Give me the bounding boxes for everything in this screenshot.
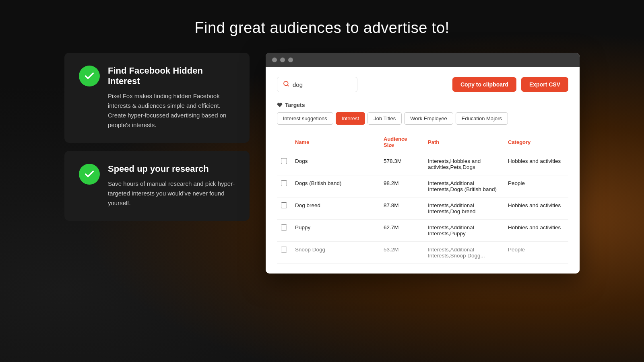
- row-name-3: Puppy: [291, 220, 380, 242]
- tab-interest-suggestions[interactable]: Interest suggetions: [277, 112, 333, 125]
- table-body: Dogs 578.3M Interests,Hobbies and activi…: [277, 153, 568, 264]
- row-category-4: People: [504, 242, 568, 264]
- feature-card-1: Find Facebook Hidden Interest Pixel Fox …: [64, 53, 250, 143]
- tab-education-majors[interactable]: Education Majors: [456, 112, 508, 125]
- row-name-2: Dog breed: [291, 197, 380, 220]
- row-name-4: Snoop Dogg: [291, 242, 380, 264]
- row-checkbox-0[interactable]: [277, 153, 291, 175]
- copy-to-clipboard-button[interactable]: Copy to clipboard: [452, 77, 516, 92]
- col-checkbox-header: [277, 133, 291, 153]
- feature-header-1: Find Facebook Hidden Interest Pixel Fox …: [79, 66, 235, 130]
- table-row: Dogs (British band) 98.2M Interests,Addi…: [277, 175, 568, 197]
- page-content: Find great audiences to advertise to! Fi…: [0, 0, 644, 362]
- row-path-4: Interests,Additional Interests,Snoop Dog…: [424, 242, 504, 264]
- export-csv-button[interactable]: Export CSV: [521, 77, 568, 92]
- row-checkbox-3[interactable]: [277, 220, 291, 242]
- svg-line-1: [287, 85, 289, 86]
- browser-body: dog Copy to clipboard Export CSV Targets: [266, 67, 580, 274]
- check-icon-2: [79, 164, 100, 185]
- row-path-0: Interests,Hobbies and activities,Pets,Do…: [424, 153, 504, 175]
- browser-dot-1: [272, 58, 277, 62]
- browser-mock: dog Copy to clipboard Export CSV Targets: [266, 53, 580, 274]
- targets-icon: [277, 102, 283, 108]
- main-row: Find Facebook Hidden Interest Pixel Fox …: [40, 53, 604, 274]
- tab-work-employee[interactable]: Work Employee: [404, 112, 453, 125]
- feature-desc-2: Save hours of manual research and pick h…: [108, 179, 235, 208]
- feature-desc-1: Pixel Fox makes finding hidden Facebook …: [108, 91, 235, 130]
- col-header-audience: AudienceSize: [380, 133, 424, 153]
- search-icon: [283, 80, 289, 88]
- feature-header-2: Speed up your research Save hours of man…: [79, 164, 235, 208]
- table-row: Dog breed 87.8M Interests,Additional Int…: [277, 197, 568, 220]
- feature-card-2: Speed up your research Save hours of man…: [64, 151, 250, 221]
- table-row: Puppy 62.7M Interests,Additional Interes…: [277, 220, 568, 242]
- row-category-1: People: [504, 175, 568, 197]
- row-category-0: Hobbies and activities: [504, 153, 568, 175]
- col-header-category: Category: [504, 133, 568, 153]
- search-row: dog Copy to clipboard Export CSV: [277, 77, 568, 92]
- row-path-2: Interests,Additional Interests,Dog breed: [424, 197, 504, 220]
- row-checkbox-4[interactable]: [277, 242, 291, 264]
- data-table: Name AudienceSize Path Category Dogs 578…: [277, 133, 568, 264]
- targets-label: Targets: [277, 102, 568, 108]
- tab-job-titles[interactable]: Job Titles: [367, 112, 402, 125]
- feature-text-2: Speed up your research Save hours of man…: [108, 164, 235, 208]
- feature-title-2: Speed up your research: [108, 164, 235, 174]
- row-audience-0: 578.3M: [380, 153, 424, 175]
- feature-text-1: Find Facebook Hidden Interest Pixel Fox …: [108, 66, 235, 130]
- row-audience-4: 53.2M: [380, 242, 424, 264]
- row-path-3: Interests,Additional Interests,Puppy: [424, 220, 504, 242]
- col-header-name: Name: [291, 133, 380, 153]
- table-row: Snoop Dogg 53.2M Interests,Additional In…: [277, 242, 568, 264]
- row-category-3: Hobbies and activities: [504, 220, 568, 242]
- tabs-row: Interest suggetions Interest Job Titles …: [277, 112, 568, 125]
- table-row: Dogs 578.3M Interests,Hobbies and activi…: [277, 153, 568, 175]
- check-icon-1: [79, 66, 100, 86]
- browser-dot-3: [288, 58, 293, 62]
- search-box[interactable]: dog: [277, 77, 357, 92]
- row-name-1: Dogs (British band): [291, 175, 380, 197]
- row-audience-3: 62.7M: [380, 220, 424, 242]
- action-buttons: Copy to clipboard Export CSV: [452, 77, 568, 92]
- row-path-1: Interests,Additional Interests,Dogs (Bri…: [424, 175, 504, 197]
- page-title: Find great audiences to advertise to!: [194, 19, 449, 37]
- feature-title-1: Find Facebook Hidden Interest: [108, 66, 235, 86]
- row-audience-2: 87.8M: [380, 197, 424, 220]
- col-header-path: Path: [424, 133, 504, 153]
- row-checkbox-1[interactable]: [277, 175, 291, 197]
- row-name-0: Dogs: [291, 153, 380, 175]
- row-category-2: Hobbies and activities: [504, 197, 568, 220]
- browser-dot-2: [280, 58, 285, 62]
- table-header-row: Name AudienceSize Path Category: [277, 133, 568, 153]
- left-panel: Find Facebook Hidden Interest Pixel Fox …: [64, 53, 250, 221]
- search-value: dog: [293, 81, 303, 88]
- row-checkbox-2[interactable]: [277, 197, 291, 220]
- browser-titlebar: [266, 53, 580, 67]
- tab-interest[interactable]: Interest: [336, 112, 365, 125]
- col-audience-label: AudienceSize: [384, 136, 407, 148]
- row-audience-1: 98.2M: [380, 175, 424, 197]
- targets-section: Targets Interest suggetions Interest Job…: [277, 102, 568, 125]
